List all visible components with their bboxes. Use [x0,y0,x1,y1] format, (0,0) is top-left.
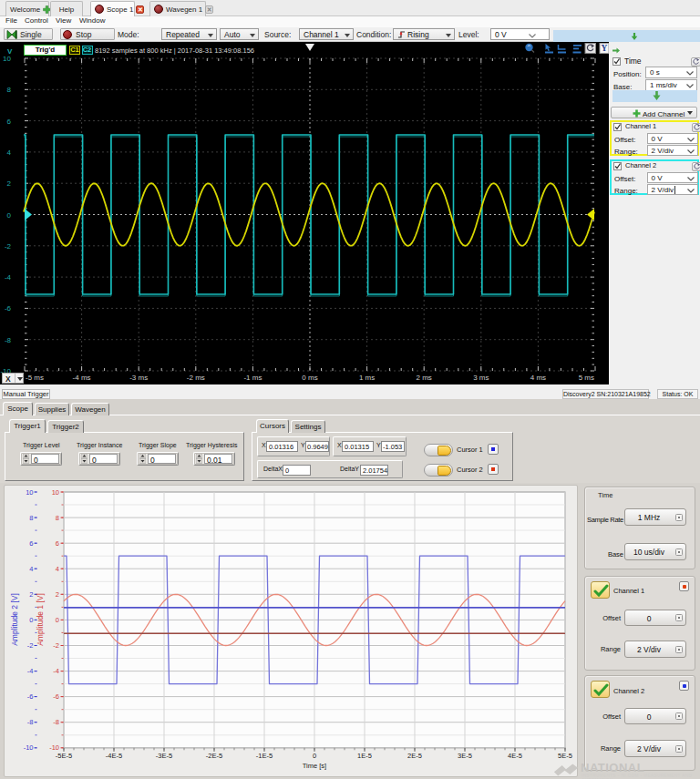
svg-text:10: 10 [52,488,59,497]
svg-text:-3 ms: -3 ms [129,374,148,382]
svg-text:2E-5: 2E-5 [407,752,422,760]
svg-text:-2: -2 [5,242,12,251]
svg-text:-5E-5: -5E-5 [56,752,72,760]
svg-text:3 ms: 3 ms [473,374,489,382]
svg-text:4: 4 [7,149,12,157]
svg-text:-4: -4 [5,273,12,282]
svg-text:Amplitude 1 [V]: Amplitude 1 [V] [36,593,45,646]
svg-text:10: 10 [26,488,33,497]
svg-text:V: V [7,47,13,56]
svg-text:0: 0 [29,616,33,624]
svg-text:6: 6 [7,118,12,126]
svg-text:8: 8 [29,514,33,522]
svg-text:2: 2 [56,590,59,599]
svg-text:-1 ms: -1 ms [243,374,262,382]
svg-text:-4 ms: -4 ms [73,374,91,382]
svg-text:1E-5: 1E-5 [357,752,372,760]
svg-text:8: 8 [56,514,59,522]
svg-text:-5 ms: -5 ms [26,374,44,382]
svg-text:10: 10 [3,55,11,63]
svg-text:2: 2 [7,179,12,188]
svg-text:-2: -2 [27,641,34,650]
svg-text:-6: -6 [53,692,59,701]
svg-text:4: 4 [29,565,33,573]
svg-text:0: 0 [313,752,316,760]
svg-text:1 ms: 1 ms [359,374,375,382]
svg-text:Y: Y [602,44,608,53]
svg-text:-8: -8 [53,718,59,726]
svg-text:4 ms: 4 ms [530,374,546,382]
svg-text:-2E-5: -2E-5 [206,752,222,760]
svg-text:-10: -10 [49,743,59,752]
svg-text:-2: -2 [53,641,59,650]
svg-text:2 ms: 2 ms [417,374,432,382]
svg-text:-3E-5: -3E-5 [156,752,172,760]
svg-text:-4E-5: -4E-5 [106,752,122,760]
svg-text:5 ms: 5 ms [579,374,594,382]
svg-text:3E-5: 3E-5 [458,752,472,760]
svg-text:-1E-5: -1E-5 [256,752,273,760]
svg-text:6: 6 [29,539,33,548]
svg-text:-8: -8 [5,336,12,344]
svg-text:Amplitude 2 [V]: Amplitude 2 [V] [10,593,19,646]
svg-text:-2 ms: -2 ms [187,374,205,382]
svg-text:6: 6 [56,539,59,548]
svg-text:2: 2 [29,590,33,599]
svg-text:-10: -10 [24,743,34,752]
svg-text:0: 0 [7,211,12,220]
svg-text:Time [s]: Time [s] [303,762,326,770]
svg-text:-6: -6 [5,304,12,313]
svg-text:8: 8 [7,86,12,94]
svg-text:-6: -6 [27,692,34,701]
svg-text:-8: -8 [27,718,34,726]
svg-text:-4: -4 [53,667,59,675]
svg-text:0: 0 [56,616,59,624]
svg-text:0 ms: 0 ms [302,374,317,382]
svg-text:4: 4 [56,565,59,573]
svg-text:-4: -4 [27,667,34,675]
svg-text:4E-5: 4E-5 [508,752,522,760]
